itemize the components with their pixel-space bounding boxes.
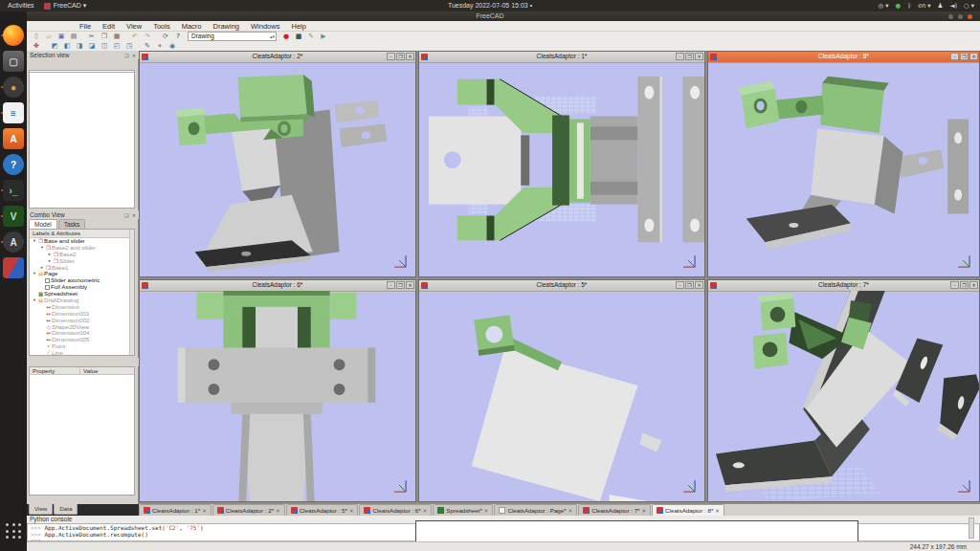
copy-icon[interactable]: ❐ [99, 33, 110, 41]
print-icon[interactable]: ▤ [68, 33, 79, 41]
dock-terminal-icon[interactable]: ›_ [3, 180, 24, 201]
combo-view-header[interactable]: Combo View ❏ ✕ [27, 210, 139, 219]
tree-item-point[interactable]: •Point [30, 343, 134, 350]
doc-tab-cleatsadaptor-5-[interactable]: CleatsAdaptor : 5*✕ [286, 504, 359, 516]
minimize-button[interactable] [948, 14, 953, 19]
tray-item-6[interactable]: ○ ▾ [964, 0, 974, 11]
dock-files-icon[interactable]: ▢ [3, 51, 24, 72]
restore-button[interactable]: ❐ [960, 53, 969, 60]
3d-viewport-canvas[interactable] [419, 291, 704, 501]
tree-item-line[interactable]: ╱Line [30, 350, 134, 356]
doc-tab-cleatsadaptor-8-[interactable]: CleatsAdaptor : 8*✕ [652, 504, 724, 516]
orbit-icon[interactable]: ◉ [167, 42, 178, 51]
workbench-selector[interactable]: Drawing▴▾ [188, 32, 277, 41]
view-bottom-icon[interactable]: ◰ [111, 42, 122, 51]
tree-scrollbar[interactable] [129, 230, 134, 355]
close-tab-icon[interactable]: ✕ [423, 508, 428, 514]
minimize-button[interactable]: – [950, 281, 959, 289]
tab-tasks[interactable]: Tasks [58, 219, 86, 229]
3d-viewport-canvas[interactable] [708, 291, 979, 501]
macro-record-icon[interactable]: ● [280, 33, 292, 41]
menu-drawing[interactable]: Drawing [209, 21, 245, 32]
undo-icon[interactable]: ↶ [129, 33, 141, 41]
fit-all-icon[interactable]: ✥ [31, 42, 42, 51]
tray-item-5[interactable]: ◄) [949, 0, 957, 11]
save-icon[interactable]: ▣ [56, 33, 67, 41]
view-top-icon[interactable]: ◨ [74, 42, 85, 51]
system-tray[interactable]: ◎ ▾●ᛒen ▾♟◄)○ ▾ [879, 0, 974, 11]
close-panel-icon[interactable]: ✕ [132, 53, 137, 58]
view-axonometric-icon[interactable]: ◩ [49, 42, 60, 51]
tree-item-slider[interactable]: ▸❐Slider [30, 258, 134, 265]
minimize-button[interactable]: – [676, 53, 684, 60]
view-front-icon[interactable]: ◧ [61, 42, 73, 51]
view-left-icon[interactable]: ◳ [123, 42, 135, 51]
menu-edit[interactable]: Edit [98, 21, 120, 32]
3d-viewport-canvas[interactable] [708, 62, 979, 276]
paste-icon[interactable]: ▦ [111, 33, 122, 41]
tray-item-2[interactable]: ᛒ [907, 0, 911, 11]
tab-view[interactable]: View [29, 504, 53, 515]
menu-file[interactable]: File [75, 21, 96, 32]
whats-this-icon[interactable]: ? [172, 33, 184, 41]
macro-play-icon[interactable]: ▶ [318, 33, 329, 41]
visibility-checkbox[interactable] [45, 278, 50, 283]
close-button[interactable] [968, 14, 972, 19]
close-tab-icon[interactable]: ✕ [568, 508, 573, 514]
zoom-icon[interactable]: ⌖ [154, 42, 166, 51]
view-right-icon[interactable]: ◪ [86, 42, 98, 51]
dock-ubuntu-software-icon[interactable]: A [3, 128, 24, 149]
close-button[interactable]: ✕ [695, 53, 703, 60]
refresh-icon[interactable]: ⟳ [160, 33, 171, 41]
doc-tab-cleatsadaptor-7-[interactable]: CleatsAdaptor : 7*✕ [578, 504, 651, 516]
menu-macro[interactable]: Macro [177, 21, 207, 32]
close-button[interactable]: ✕ [969, 281, 978, 289]
doc-tab-spreadsheet-[interactable]: Spreadsheet*✕ [433, 504, 493, 516]
close-tab-icon[interactable]: ✕ [484, 508, 489, 514]
minimize-button[interactable]: – [387, 53, 395, 60]
selection-view-header[interactable]: Selection view ❏ ✕ [27, 51, 139, 59]
macro-stop-icon[interactable]: ■ [293, 33, 304, 41]
minimize-button[interactable]: – [387, 281, 395, 289]
tray-item-1[interactable]: ● [896, 0, 902, 11]
restore-button[interactable]: ❐ [396, 281, 405, 289]
close-tab-icon[interactable]: ✕ [276, 508, 280, 514]
close-tab-icon[interactable]: ✕ [349, 508, 354, 514]
open-file-icon[interactable]: ▱ [43, 33, 55, 41]
float-panel-icon[interactable]: ❏ [124, 53, 129, 58]
redo-icon[interactable]: ↷ [142, 33, 153, 41]
close-tab-icon[interactable]: ✕ [202, 508, 207, 514]
dock-archive-manager-icon[interactable]: A [3, 231, 24, 253]
restore-button[interactable]: ❐ [685, 53, 694, 60]
float-panel-icon[interactable]: ❏ [124, 212, 129, 218]
close-panel-icon[interactable]: ✕ [132, 212, 137, 218]
show-applications-button[interactable] [5, 522, 24, 541]
tree-item-base2[interactable]: ▸❐Base2 [30, 252, 134, 258]
close-button[interactable]: ✕ [406, 281, 414, 289]
clock[interactable]: Tuesday 2022-07-05 15:03 • [0, 0, 980, 11]
tree-item-dimension005[interactable]: ↔Dimension005 [30, 337, 134, 343]
minimize-button[interactable]: – [676, 281, 684, 289]
console-scrollbar[interactable] [969, 518, 974, 539]
menu-view[interactable]: View [122, 21, 146, 32]
restore-button[interactable]: ❐ [396, 53, 405, 60]
restore-button[interactable]: ❐ [960, 281, 969, 289]
window-controls[interactable] [948, 14, 972, 19]
close-button[interactable]: ✕ [969, 53, 978, 60]
restore-button[interactable]: ❐ [685, 281, 694, 289]
menu-windows[interactable]: Windows [246, 21, 284, 32]
tree-item-base2-and-slider[interactable]: ▾❐Base2 and slider [30, 245, 134, 252]
minimize-button[interactable]: – [950, 53, 959, 60]
tray-item-3[interactable]: en ▾ [918, 0, 930, 11]
cut-icon[interactable]: ✂ [86, 33, 98, 41]
dock-libreoffice-writer-icon[interactable]: ≡ [3, 102, 24, 123]
tab-data[interactable]: Data [54, 504, 78, 515]
dock-help-icon[interactable]: ? [3, 154, 24, 175]
close-button[interactable]: ✕ [406, 53, 414, 60]
tray-item-4[interactable]: ♟ [938, 0, 944, 11]
dock-firefox-icon[interactable] [3, 25, 24, 46]
maximize-button[interactable] [958, 14, 963, 19]
close-button[interactable]: ✕ [695, 281, 703, 289]
3d-viewport-canvas[interactable] [419, 62, 704, 276]
property-column-header[interactable]: Property [30, 367, 80, 374]
